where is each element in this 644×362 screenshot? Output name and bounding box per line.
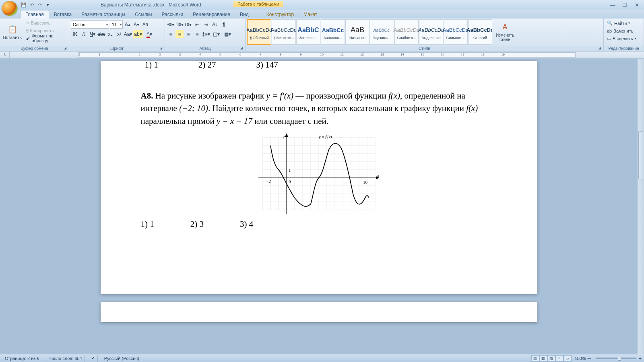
paste-button[interactable]: 📋 Вставить [2, 19, 23, 45]
task-paragraph: A8. На рисунке изображен график y = f′(x… [141, 90, 497, 128]
scrollbar-thumb[interactable] [638, 131, 643, 179]
title-bar: 💾 ↶ ↷ ▾ Варианты Математика .docx - Micr… [0, 0, 644, 10]
style-item[interactable]: AaBbCcDdСлабое в... [394, 19, 419, 45]
tab-table-layout[interactable]: Макет [299, 10, 322, 19]
tab-selector[interactable]: └ [0, 51, 10, 58]
tab-home[interactable]: Главная [20, 10, 49, 19]
inc-indent-button[interactable]: ⇥ [202, 21, 210, 29]
tab-review[interactable]: Рецензирование [188, 10, 235, 19]
tab-table-design[interactable]: Конструктор [262, 10, 299, 19]
chevron-down-icon: ▾ [120, 23, 122, 27]
tab-view[interactable]: Вид [235, 10, 254, 19]
scissors-icon: ✂ [26, 21, 29, 26]
style-item[interactable]: AaBbCcDd¶ Обычный [247, 19, 271, 45]
ribbon: 📋 Вставить ✂Вырезать ⎘Копировать 🖌Формат… [0, 19, 644, 51]
zoom-in-button[interactable]: + [639, 356, 642, 361]
subscript-button[interactable]: x₂ [106, 30, 114, 38]
align-center-button[interactable]: ≡ [175, 30, 184, 38]
font-dialog-launcher[interactable]: ◢ [160, 46, 164, 50]
print-layout-view[interactable]: ▤ [531, 355, 539, 362]
maximize-button[interactable]: ☐ [619, 1, 630, 8]
style-item[interactable]: AaBbCcDdСильное ... [444, 19, 468, 45]
document-scroll[interactable]: 1) 1 2) 27 3) 147 A8. На рисунке изображ… [0, 59, 638, 354]
clipboard-dialog-launcher[interactable]: ◢ [64, 46, 68, 50]
styles-gallery[interactable]: AaBbCcDd¶ ОбычныйAaBbCcDd¶ Без инте...Aa… [247, 19, 492, 45]
status-language[interactable]: Русский (Россия) [102, 355, 142, 362]
draft-view[interactable]: ▭ [564, 355, 572, 362]
bold-button[interactable]: Ж [71, 30, 79, 38]
strike-button[interactable]: abc [97, 30, 105, 38]
replace-button[interactable]: abЗаменить [605, 27, 642, 35]
style-item[interactable]: AaBbCcDdСтрогий [468, 19, 492, 45]
numbering-button[interactable]: 1≡▾ [175, 21, 184, 29]
borders-button[interactable]: ▦▾ [222, 30, 233, 38]
sort-button[interactable]: A↓ [211, 21, 219, 29]
editing-group-label: Редактирование [604, 46, 644, 51]
outline-view[interactable]: ≡ [555, 355, 564, 362]
paragraph-group-label: Абзац [165, 46, 245, 51]
superscript-button[interactable]: x² [115, 30, 123, 38]
format-painter-button[interactable]: 🖌Формат по образцу [25, 35, 67, 42]
bullets-button[interactable]: •≡▾ [167, 21, 175, 29]
justify-button[interactable]: ≡ [193, 30, 201, 38]
style-item[interactable]: AaBbCcЗаголово... [321, 19, 345, 45]
save-icon[interactable]: 💾 [20, 1, 27, 8]
style-item[interactable]: AaBbCЗаголово... [296, 19, 320, 45]
tab-references[interactable]: Ссылки [130, 10, 157, 19]
clear-format-button[interactable]: Aa [141, 21, 149, 29]
styles-dialog-launcher[interactable]: ◢ [599, 46, 603, 50]
font-name-combo[interactable]: Calibri▾ [71, 21, 109, 29]
change-styles-button[interactable]: A Изменить стили [493, 19, 516, 45]
zoom-slider[interactable] [596, 358, 636, 359]
svg-text:y = f′(x): y = f′(x) [318, 135, 332, 140]
tab-page-layout[interactable]: Разметка страницы [76, 10, 130, 19]
show-marks-button[interactable]: ¶ [220, 21, 228, 29]
status-page[interactable]: Страница: 2 из 6 [2, 355, 42, 362]
align-left-button[interactable]: ≡ [167, 30, 175, 38]
dec-indent-button[interactable]: ⇤ [193, 21, 201, 29]
redo-icon[interactable]: ↷ [36, 1, 43, 8]
font-color-button[interactable]: A▾ [144, 30, 155, 38]
tab-insert[interactable]: Вставка [49, 10, 77, 19]
style-item[interactable]: AaBНазвание [345, 19, 369, 45]
tab-mailings[interactable]: Рассылки [157, 10, 188, 19]
undo-icon[interactable]: ↶ [28, 1, 35, 8]
underline-button[interactable]: Ч▾ [89, 30, 97, 38]
zoom-level[interactable]: 150% [575, 356, 586, 361]
vertical-scrollbar[interactable] [638, 59, 644, 354]
highlight-button[interactable]: ab▾ [133, 30, 143, 38]
office-button[interactable] [2, 1, 18, 16]
page[interactable] [101, 302, 537, 322]
close-button[interactable]: ✕ [631, 1, 642, 8]
paragraph-dialog-launcher[interactable]: ◢ [240, 46, 244, 50]
grow-font-button[interactable]: A▴ [124, 21, 132, 29]
italic-button[interactable]: К [80, 30, 88, 38]
shading-button[interactable]: ◫▾ [211, 30, 221, 38]
find-button[interactable]: 🔍Найти▾ [605, 19, 642, 27]
line-spacing-button[interactable]: ‡≡▾ [202, 30, 210, 38]
change-case-button[interactable]: Aa▾ [124, 30, 132, 38]
status-words[interactable]: Число слов: 654 [46, 355, 85, 362]
select-button[interactable]: ▭Выделить▾ [605, 35, 642, 42]
zoom-out-button[interactable]: ─ [588, 356, 591, 361]
font-size-combo[interactable]: 11▾ [110, 21, 123, 29]
status-proofing-icon[interactable]: ✔ [89, 355, 98, 362]
web-layout-view[interactable]: ▧ [547, 355, 555, 362]
style-item[interactable]: AaBbCcDdВыделение [419, 19, 443, 45]
zoom-slider-thumb[interactable] [618, 356, 621, 361]
page[interactable]: 1) 1 2) 27 3) 147 A8. На рисунке изображ… [101, 61, 537, 294]
multilevel-button[interactable]: ⁝≡▾ [184, 21, 192, 29]
horizontal-ruler[interactable]: 2112345678910111213141516171819 [78, 52, 576, 58]
contextual-tab-label: Работа с таблицами [233, 1, 283, 7]
align-right-button[interactable]: ≡ [184, 30, 192, 38]
full-screen-view[interactable]: ▦ [539, 355, 547, 362]
select-icon: ▭ [607, 36, 611, 41]
chevron-down-icon: ▾ [106, 23, 108, 27]
style-item[interactable]: AaBbCc.Подзагол... [370, 19, 394, 45]
shrink-font-button[interactable]: A▾ [132, 21, 140, 29]
qat-custom-icon[interactable]: ▾ [44, 1, 52, 8]
styles-group-label: Стили [246, 46, 603, 51]
style-item[interactable]: AaBbCcDd¶ Без инте... [272, 19, 296, 45]
cut-button[interactable]: ✂Вырезать [25, 19, 67, 27]
minimize-button[interactable]: — [607, 1, 618, 8]
